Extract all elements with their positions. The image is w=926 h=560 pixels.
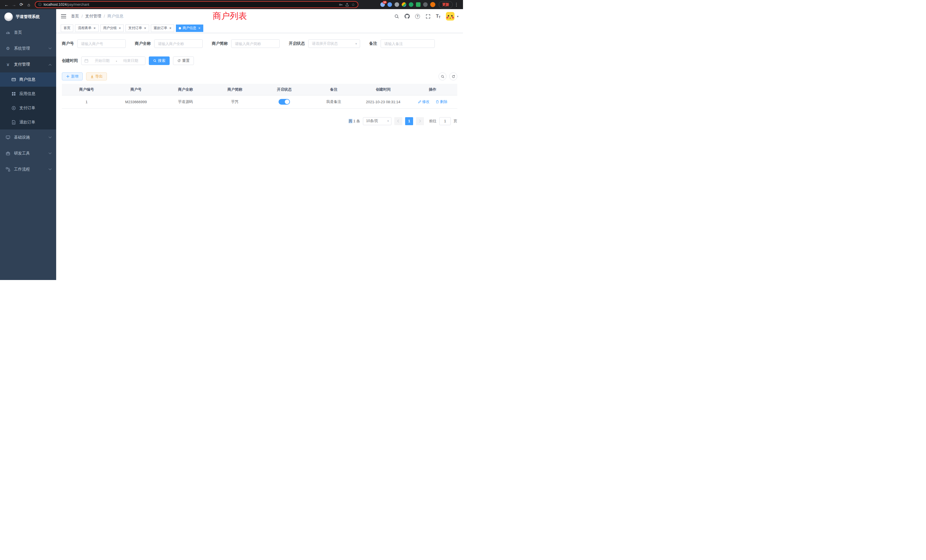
caret-down-icon: ▾ [387, 119, 389, 123]
status-toggle[interactable] [278, 99, 290, 104]
reload-icon[interactable]: ⟳ [18, 1, 25, 8]
home-icon[interactable]: ⌂ [25, 1, 32, 8]
extension-icon[interactable] [402, 2, 406, 7]
filter-row-2: 创建时间 开始日期 - 结束日期 搜索 重置 [62, 56, 457, 65]
font-size-icon[interactable]: TT [436, 14, 440, 19]
bookmark-star-icon[interactable]: ☆ [351, 2, 355, 7]
user-avatar[interactable] [446, 12, 454, 21]
tags-view-bar: 首页 流程表单× 用户分组× 支付订单× 退款订单× 商户信息× [56, 23, 463, 33]
sidebar-item-label: 首页 [14, 30, 22, 35]
app-logo[interactable]: 芋道管理系统 [0, 9, 56, 24]
sidebar-item-label: 系统管理 [14, 46, 30, 51]
breadcrumb-payment[interactable]: 支付管理 [85, 14, 101, 19]
help-icon[interactable]: ? [415, 14, 420, 19]
calendar-icon [85, 59, 88, 63]
address-bar[interactable]: ⓘ localhost:1024/pay/merchant ☆ [35, 1, 359, 8]
back-icon[interactable]: ← [3, 1, 10, 8]
goto-page-input[interactable] [439, 117, 451, 125]
tab-home[interactable]: 首页 [61, 24, 73, 32]
chevron-up-icon [49, 64, 51, 67]
next-page-button[interactable] [416, 117, 424, 125]
refresh-table-button[interactable] [449, 73, 457, 80]
pagination-total: 共 1 条 [349, 119, 360, 124]
key-icon[interactable] [339, 3, 343, 7]
close-icon[interactable]: × [198, 26, 200, 30]
search-icon [153, 59, 156, 62]
forward-icon[interactable]: → [10, 1, 18, 8]
merchant-short-input[interactable] [231, 39, 280, 48]
show-search-button[interactable] [439, 73, 446, 80]
search-button[interactable]: 搜索 [149, 56, 169, 65]
update-button[interactable]: 更新 [439, 1, 453, 8]
page-size-select[interactable]: 10条/页 ▾ [363, 117, 392, 125]
tab-user-group[interactable]: 用户分组× [100, 24, 124, 32]
sidebar-item-home[interactable]: 首页 [0, 24, 56, 41]
tab-merchant-info[interactable]: 商户信息× [176, 24, 203, 32]
delete-link[interactable]: 删除 [436, 99, 447, 104]
close-icon[interactable]: × [94, 26, 96, 30]
filter-row-1: 商户号 商户全称 商户简称 开启状态 请选择开启状态 [62, 39, 457, 48]
sidebar-item-system[interactable]: ⚙ 系统管理 [0, 41, 56, 56]
sidebar-item-dev-tools[interactable]: 研发工具 [0, 145, 56, 161]
close-icon[interactable]: × [169, 26, 172, 30]
share-icon[interactable] [345, 3, 349, 7]
sidebar-item-merchant-info[interactable]: 商户信息 [0, 73, 56, 87]
tab-refund-order[interactable]: 退款订单× [151, 24, 174, 32]
cell-created-at: 2021-10-23 08:31:14 [359, 95, 408, 108]
hamburger-icon[interactable] [61, 14, 67, 18]
sidebar-item-workflow[interactable]: 工作流程 [0, 161, 56, 177]
extension-badge: 10 [383, 1, 387, 4]
tab-process-form[interactable]: 流程表单× [75, 24, 98, 32]
extension-icon[interactable] [416, 2, 421, 7]
site-info-icon[interactable]: ⓘ [38, 2, 42, 7]
dashboard-icon [6, 30, 10, 35]
chevron-left-icon [398, 120, 400, 123]
fullscreen-icon[interactable] [425, 14, 431, 19]
url-text[interactable]: localhost:1024/pay/merchant [44, 3, 89, 6]
sidebar-item-label: 退款订单 [20, 120, 35, 125]
extension-icon[interactable] [423, 2, 428, 7]
extension-icon[interactable] [409, 2, 413, 7]
add-button[interactable]: 新增 [62, 73, 83, 80]
overflow-menu-icon[interactable]: ⋮ [453, 1, 460, 8]
reset-button[interactable]: 重置 [173, 56, 194, 65]
date-range-picker[interactable]: 开始日期 - 结束日期 [81, 56, 145, 65]
extension-icon[interactable]: 10 [380, 2, 385, 7]
merchant-name-input[interactable] [154, 39, 203, 48]
caret-down-icon: ▾ [355, 42, 357, 45]
sidebar-item-app-info[interactable]: 应用信息 [0, 87, 56, 101]
filter-create-time: 创建时间 开始日期 - 结束日期 [62, 56, 145, 65]
browser-toolbar: ← → ⟳ ⌂ ⓘ localhost:1024/pay/merchant ☆ … [0, 0, 463, 9]
sidebar-item-refund-order[interactable]: 退款订单 [0, 115, 56, 129]
col-merchant-id: 商户编号 [62, 84, 111, 95]
plus-icon [66, 75, 70, 78]
url-host: localhost:1024 [44, 3, 67, 6]
profile-avatar[interactable] [430, 2, 435, 7]
app-title: 芋道管理系统 [16, 14, 39, 20]
close-icon[interactable]: × [144, 26, 146, 30]
sidebar-item-infrastructure[interactable]: 基础设施 [0, 129, 56, 145]
extension-icon[interactable] [387, 2, 392, 7]
export-button[interactable]: 导出 [86, 73, 107, 80]
sidebar-item-pay-order[interactable]: 支付订单 [0, 101, 56, 115]
breadcrumb-home[interactable]: 首页 [71, 14, 79, 19]
status-select[interactable]: 请选择开启状态 ▾ [308, 39, 360, 48]
close-icon[interactable]: × [119, 26, 121, 30]
remark-input[interactable] [381, 39, 435, 48]
tab-pay-order[interactable]: 支付订单× [126, 24, 149, 32]
page-number-1[interactable]: 1 [405, 117, 413, 125]
github-icon[interactable] [404, 14, 410, 19]
sidebar-item-label: 支付管理 [14, 62, 30, 67]
filter-merchant-short: 商户简称 [212, 39, 280, 48]
merchant-short-label: 商户简称 [212, 41, 228, 46]
sidebar-item-label: 支付订单 [20, 106, 35, 110]
edit-link[interactable]: 修改 [418, 99, 430, 104]
caret-down-icon[interactable]: ▾ [457, 15, 458, 18]
sidebar-item-payment[interactable]: ¥ 支付管理 [0, 56, 56, 73]
merchant-table: 商户编号 商户号 商户全称 商户简称 开启状态 备注 创建时间 操作 1 [62, 84, 457, 109]
search-icon[interactable] [394, 14, 399, 19]
extension-icon[interactable] [395, 2, 399, 7]
merchant-no-input[interactable] [77, 39, 126, 48]
sidebar-item-label: 工作流程 [14, 167, 30, 172]
prev-page-button[interactable] [394, 117, 402, 125]
